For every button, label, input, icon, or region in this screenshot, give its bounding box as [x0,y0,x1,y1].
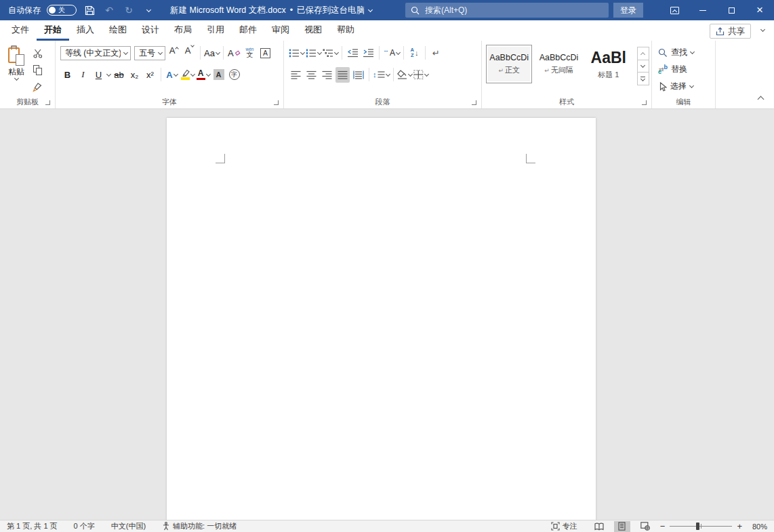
search-box[interactable] [405,3,609,18]
tab-references[interactable]: 引用 [199,20,232,41]
tab-review[interactable]: 审阅 [264,20,297,41]
increase-indent-button[interactable] [361,45,375,61]
search-input[interactable] [425,5,603,15]
styles-more-button[interactable] [638,73,649,85]
document-title[interactable]: 新建 Microsoft Word 文档.docx • 已保存到这台电脑 [170,5,372,16]
bold-button[interactable]: B [60,67,75,83]
superscript-button[interactable]: x² [143,67,157,83]
tab-help[interactable]: 帮助 [329,20,362,41]
line-spacing-button[interactable]: ↕ [373,67,390,83]
phonetic-guide-button[interactable]: wén 文 [243,45,257,61]
shading-button[interactable] [397,67,412,83]
align-left-button[interactable] [289,67,303,83]
grow-font-button[interactable]: A [167,45,181,61]
close-button[interactable]: × [746,0,774,20]
tab-view[interactable]: 视图 [297,20,329,41]
distribute-button[interactable] [351,67,365,83]
share-dropdown-icon[interactable] [760,27,765,32]
tab-insert[interactable]: 插入 [69,20,102,41]
underline-button[interactable]: U [91,67,106,83]
redo-button[interactable]: ↻ [122,3,136,18]
justify-button[interactable] [335,67,350,83]
ribbon-display-options-button[interactable] [660,0,689,20]
styles-scroll-up-button[interactable] [638,47,649,60]
tab-mailings[interactable]: 邮件 [232,20,264,41]
font-color-button[interactable]: A [196,67,210,83]
clear-formatting-button[interactable]: A [227,45,241,61]
multilevel-list-button[interactable] [323,45,338,61]
read-mode-button[interactable] [591,521,607,532]
web-layout-button[interactable] [637,521,653,532]
page-number-status[interactable]: 第 1 页, 共 1 页 [7,521,58,531]
paste-button[interactable]: 粘贴 [2,43,30,95]
character-shading-button[interactable]: A [211,67,226,83]
tab-home[interactable]: 开始 [37,20,69,41]
font-family-combo[interactable]: 等线 (中文正文) [60,46,131,60]
autosave-toggle[interactable]: 关 [47,5,77,16]
align-center-button[interactable] [304,67,319,83]
zoom-slider-handle[interactable] [696,523,699,530]
tab-file[interactable]: 文件 [4,20,37,41]
text-effects-button[interactable]: A [165,67,179,83]
copy-icon [33,65,42,75]
maximize-button[interactable] [717,0,746,20]
underline-dropdown-icon[interactable] [106,71,111,76]
style-no-spacing[interactable]: AaBbCcDi ↵无间隔 [535,45,582,83]
tab-layout[interactable]: 布局 [167,20,199,41]
login-button[interactable]: 登录 [613,3,643,18]
strikethrough-button[interactable]: ab [112,67,126,83]
decrease-indent-button[interactable] [346,45,360,61]
enclose-characters-button[interactable]: 字 [227,67,241,83]
clipboard-dialog-launcher[interactable] [45,100,50,105]
copy-button[interactable] [30,62,45,78]
styles-scroll-down-button[interactable] [638,60,649,73]
italic-button[interactable]: I [76,67,90,83]
share-button[interactable]: 共享 [710,24,751,39]
minimize-button[interactable] [689,0,717,20]
save-button[interactable] [83,3,96,18]
replace-button[interactable]: ⇄ b c 替换 [658,62,713,77]
select-label: 选择 [670,81,687,92]
font-size-combo[interactable]: 五号 [134,46,165,60]
show-hide-marks-button[interactable]: ↵ [429,45,443,61]
language-status[interactable]: 中文(中国) [111,521,146,531]
character-border-button[interactable]: A [258,45,272,61]
find-button[interactable]: 查找 [658,45,713,60]
font-dialog-launcher[interactable] [274,100,279,105]
tab-design[interactable]: 设计 [134,20,167,41]
zoom-slider[interactable] [670,526,732,527]
cut-button[interactable] [30,45,45,61]
print-layout-button[interactable] [614,521,630,532]
sort-button[interactable]: AZ ↓ [407,45,422,61]
style-normal[interactable]: AaBbCcDi ↵正文 [486,45,532,83]
autosave-state: 关 [58,5,65,15]
select-button[interactable]: 选择 [658,79,713,94]
paste-dropdown-icon[interactable] [14,76,18,81]
word-count-status[interactable]: 0 个字 [74,521,95,531]
document-page[interactable] [167,118,596,520]
accessibility-status[interactable]: 辅助功能: 一切就绪 [162,521,237,531]
sort-icon: AZ ↓ [411,47,419,58]
change-case-button[interactable]: Aa [204,45,220,61]
focus-mode-button[interactable]: 专注 [551,521,577,531]
margin-crop-mark-right [526,154,535,163]
bullets-button[interactable] [289,45,304,61]
shrink-font-button[interactable]: A [182,45,197,61]
align-right-button[interactable] [320,67,334,83]
asian-layout-button[interactable]: ↔ A [383,45,400,61]
highlight-button[interactable] [180,67,195,83]
tab-draw[interactable]: 绘图 [102,20,134,41]
zoom-in-button[interactable]: + [737,521,742,531]
format-painter-button[interactable] [30,79,45,95]
undo-button[interactable]: ↶ [102,3,116,18]
paragraph-dialog-launcher[interactable] [472,100,476,105]
borders-button[interactable] [413,67,428,83]
style-heading-1[interactable]: AaBl 标题 1 [586,45,632,83]
zoom-out-button[interactable]: − [660,521,666,531]
zoom-percentage[interactable]: 80% [747,523,767,531]
styles-dialog-launcher[interactable] [642,100,647,105]
collapse-ribbon-button[interactable] [758,92,763,104]
subscript-button[interactable]: x₂ [127,67,142,83]
qat-customize-button[interactable] [142,3,155,18]
numbering-button[interactable] [306,45,321,61]
